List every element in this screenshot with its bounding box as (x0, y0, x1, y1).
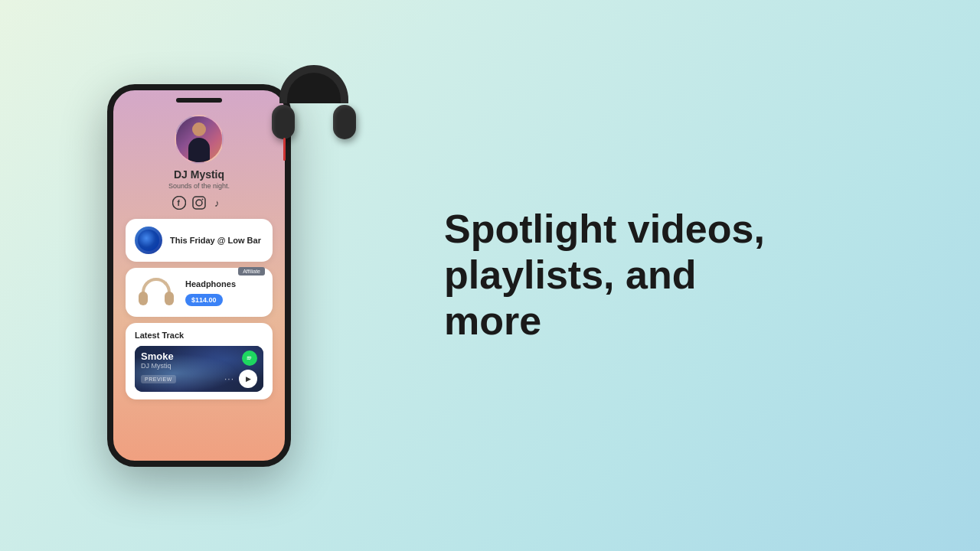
dj-bio: Sounds of the night. (168, 182, 230, 190)
headphones-decoration (268, 61, 368, 161)
facebook-icon[interactable]: f (172, 196, 186, 210)
product-row: Headphones $114.00 (135, 276, 263, 309)
track-section-label: Latest Track (135, 331, 184, 340)
headphones-image (135, 276, 178, 309)
tiktok-icon[interactable]: ♪ (212, 196, 226, 210)
svg-point-4 (202, 199, 204, 201)
right-content: Spotlight videos, playlists, and more (306, 207, 934, 344)
profile-section: DJ Mystiq Sounds of the night. f (168, 115, 230, 210)
track-player[interactable]: Smoke DJ Mystiq PREVIEW (135, 346, 263, 392)
svg-text:f: f (178, 199, 181, 207)
svg-text:♪: ♪ (214, 197, 220, 209)
track-title: Smoke (141, 350, 174, 362)
event-title: This Friday @ Low Bar (170, 236, 261, 245)
track-artist: DJ Mystiq (141, 362, 174, 370)
svg-point-3 (196, 200, 202, 206)
svg-rect-2 (193, 197, 205, 209)
phone-mockup: DJ Mystiq Sounds of the night. f (107, 84, 291, 467)
affiliate-badge: Affiliate (238, 267, 265, 276)
play-button[interactable]: ▶ (239, 370, 257, 388)
track-overlay: Smoke DJ Mystiq PREVIEW (135, 346, 263, 392)
price-badge[interactable]: $114.00 (185, 294, 223, 306)
track-bottom: PREVIEW ··· ▶ (141, 370, 257, 388)
dj-name: DJ Mystiq (174, 168, 224, 181)
spotify-icon[interactable] (242, 350, 257, 366)
track-info: Smoke DJ Mystiq (141, 350, 174, 370)
more-options-icon[interactable]: ··· (224, 373, 234, 384)
event-thumbnail (135, 227, 162, 254)
social-icons: f ♪ (172, 196, 226, 210)
main-layout: DJ Mystiq Sounds of the night. f (0, 84, 980, 467)
product-info: Headphones $114.00 (185, 279, 263, 306)
phone-container: DJ Mystiq Sounds of the night. f (107, 84, 306, 467)
headline: Spotlight videos, playlists, and more (444, 207, 766, 344)
globe-icon (138, 230, 159, 251)
product-card[interactable]: Affiliate Headphones $114.00 (126, 268, 273, 317)
avatar (175, 115, 224, 164)
event-card[interactable]: This Friday @ Low Bar (126, 219, 273, 262)
headline-line2: playlists, and more (444, 253, 696, 343)
track-controls[interactable]: ··· ▶ (224, 370, 257, 388)
product-name: Headphones (185, 279, 263, 289)
preview-badge: PREVIEW (141, 375, 176, 383)
track-card[interactable]: Latest Track Smoke DJ Mystiq (126, 323, 273, 399)
headline-line1: Spotlight videos, (444, 207, 765, 251)
instagram-icon[interactable] (192, 196, 206, 210)
track-top: Smoke DJ Mystiq (141, 350, 257, 370)
